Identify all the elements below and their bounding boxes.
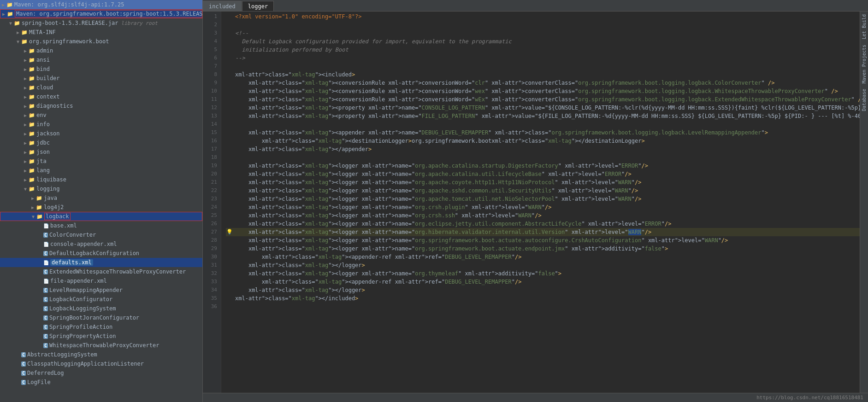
tree-item-jackson[interactable]: ▶📁jackson — [0, 129, 202, 138]
tree-arrow-slf4j[interactable]: ▶ — [0, 2, 6, 7]
tree-item-java[interactable]: ▶📁java — [0, 193, 202, 203]
tree-arrow-lang[interactable]: ▶ — [22, 168, 29, 173]
tree-arrow-jackson[interactable]: ▶ — [22, 131, 29, 136]
tree-item-metainf[interactable]: ▶📁META-INF — [0, 28, 202, 37]
tree-arrow-jdbc[interactable]: ▶ — [22, 140, 29, 146]
tree-arrow-bind[interactable]: ▶ — [22, 67, 29, 72]
tree-arrow-orgspringframework[interactable]: ▼ — [15, 39, 21, 44]
tree-item-springprofileaction[interactable]: CSpringProfileAction — [0, 322, 202, 332]
toolbar-item-database[interactable]: Database — [861, 86, 868, 114]
tree-item-admin[interactable]: ▶📁admin — [0, 46, 202, 55]
tree-item-ansi[interactable]: ▶📁ansi — [0, 55, 202, 64]
tree-arrow-context[interactable]: ▶ — [22, 94, 29, 99]
tree-item-diagnostics[interactable]: ▶📁diagnostics — [0, 101, 202, 111]
code-line-33: xml-attr">class="xml-tag"><appender-ref … — [226, 278, 860, 286]
code-line-6: --> — [226, 54, 860, 62]
tree-arrow-logback[interactable]: ▼ — [30, 214, 36, 219]
tree-arrow-cloud[interactable]: ▶ — [22, 85, 29, 90]
tree-arrow-springbootjar[interactable]: ▼ — [7, 21, 14, 26]
tree-item-deferredlog[interactable]: CDeferredLog — [0, 368, 202, 378]
tab-logger[interactable]: logger — [242, 1, 274, 11]
tree-item-consolexml[interactable]: 📄console-appender.xml — [0, 239, 202, 249]
tree-item-env[interactable]: ▶📁env — [0, 111, 202, 120]
tree-item-jdbc[interactable]: ▶📁jdbc — [0, 138, 202, 147]
tree-item-liquibase[interactable]: ▶📁liquibase — [0, 175, 202, 184]
tree-item-logbackconf[interactable]: CLogbackConfigurator — [0, 295, 202, 304]
tree-item-builder[interactable]: ▶📁builder — [0, 74, 202, 83]
tree-item-whitespace[interactable]: CWhitespaceThrowableProxyConverter — [0, 341, 202, 350]
tree-arrow-json[interactable]: ▶ — [22, 150, 29, 155]
tree-item-slf4j[interactable]: ▶📁Maven: org.slf4j:slf4j-api:1.7.25 — [0, 0, 202, 9]
tree-item-orgspringframework[interactable]: ▼📁org.springframework.boot — [0, 37, 202, 46]
code-content-3: <!-- — [235, 29, 248, 37]
line-number-30: 30 — [203, 253, 217, 261]
tree-arrow-admin[interactable]: ▶ — [22, 48, 29, 53]
tree-item-logback[interactable]: ▼📁logback — [0, 212, 202, 221]
tree-arrow-info[interactable]: ▶ — [22, 122, 29, 127]
code-line-23: xml-attr">class="xml-tag"><logger xml-at… — [226, 195, 860, 203]
tree-item-logfile[interactable]: CLogFile — [0, 378, 202, 387]
tree-item-abstractlog[interactable]: CAbstractLoggingSystem — [0, 350, 202, 359]
code-line-21: xml-attr">class="xml-tag"><logger xml-at… — [226, 178, 860, 186]
tree-arrow-diagnostics[interactable]: ▶ — [22, 104, 29, 109]
tree-item-springbootjoran[interactable]: CSpringBootJoranConfigurator — [0, 313, 202, 322]
tree-item-defaultlogback[interactable]: CDefaultLogbackConfiguration — [0, 249, 202, 258]
tree-arrow-logging[interactable]: ▼ — [22, 186, 29, 192]
tree-item-classpathlog[interactable]: CClasspathLoggingApplicationListener — [0, 359, 202, 368]
tree-item-log4j2[interactable]: ▶📁log4j2 — [0, 203, 202, 212]
tree-label-logging: logging — [36, 186, 60, 192]
tree-item-springbootjar[interactable]: ▼📁spring-boot-1.5.3.RELEASE.jarlibrary r… — [0, 18, 202, 28]
tree-icon-abstractlog: C — [21, 352, 26, 357]
tab-included[interactable]: included — [203, 1, 242, 11]
tree-item-levelremap[interactable]: CLevelRemappingAppender — [0, 285, 202, 295]
code-content-9: xml-attr">class="xml-tag"><conversionRul… — [235, 79, 774, 87]
tree-item-cloud[interactable]: ▶📁cloud — [0, 83, 202, 92]
line-number-21: 21 — [203, 178, 217, 186]
tree-label-logbacklog: LogbackLoggingSystem — [49, 305, 116, 312]
toolbar-item-maven-projects[interactable]: Maven Projects — [861, 42, 868, 86]
code-content-27: xml-attr">class="xml-tag"><logger xml-at… — [235, 228, 651, 236]
gutter-27: 💡 — [226, 228, 233, 236]
code-content-17: xml-attr">class="xml-tag"></appender> — [235, 145, 372, 153]
tree-arrow-java[interactable]: ▶ — [30, 196, 36, 201]
tree-item-colorconv[interactable]: CColorConverter — [0, 230, 202, 239]
tree-label-levelremap: LevelRemappingAppender — [49, 287, 123, 293]
toolbar-item-let-build[interactable]: Let Build — [861, 12, 868, 42]
tree-icon-java: 📁 — [36, 195, 42, 201]
tree-item-lang[interactable]: ▶📁lang — [0, 166, 202, 175]
tree-arrow-springboot[interactable]: ▶ — [0, 12, 7, 17]
tree-item-springboot[interactable]: ▶📁Maven: org.springframework.boot:spring… — [0, 9, 202, 18]
line-number-10: 10 — [203, 87, 217, 95]
tree-item-json[interactable]: ▶📁json — [0, 147, 202, 157]
code-line-28: xml-attr">class="xml-tag"><logger xml-at… — [226, 236, 860, 245]
code-content-8: xml-attr">class="xml-tag"><included> — [235, 70, 355, 79]
tree-arrow-builder[interactable]: ▶ — [22, 76, 29, 81]
tree-item-filexml[interactable]: 📄file-appender.xml — [0, 276, 202, 285]
tree-item-context[interactable]: ▶📁context — [0, 92, 202, 101]
code-content-24: xml-attr">class="xml-tag"><logger xml-at… — [235, 203, 551, 211]
code-area[interactable]: <?xml version="1.0" encoding="UTF-8"?><!… — [221, 12, 860, 393]
tree-arrow-liquibase[interactable]: ▶ — [22, 177, 29, 182]
tree-item-jta[interactable]: ▶📁jta — [0, 157, 202, 166]
tree-icon-cloud: 📁 — [29, 85, 35, 91]
tree-icon-filexml: 📄 — [43, 279, 49, 284]
tree-item-bind[interactable]: ▶📁bind — [0, 64, 202, 74]
line-number-15: 15 — [203, 128, 217, 137]
tree-arrow-ansi[interactable]: ▶ — [22, 58, 29, 63]
status-text: https://blog.csdn.net/cq18816518481 — [756, 395, 863, 401]
tree-arrow-env[interactable]: ▶ — [22, 113, 29, 118]
tree-arrow-log4j2[interactable]: ▶ — [30, 205, 36, 210]
tree-icon-info: 📁 — [29, 122, 35, 128]
tree-arrow-metainf[interactable]: ▶ — [15, 30, 21, 35]
tree-item-logging[interactable]: ▼📁logging — [0, 184, 202, 193]
tree-icon-basexml: 📄 — [43, 223, 49, 228]
tree-arrow-jta[interactable]: ▶ — [22, 159, 29, 164]
tree-item-springpropaction[interactable]: CSpringPropertyAction — [0, 332, 202, 341]
tree-item-defaults[interactable]: 📄defaults.xml — [0, 258, 202, 267]
tree-item-basexml[interactable]: 📄base.xml — [0, 221, 202, 230]
code-line-7 — [226, 62, 860, 70]
tree-item-logbacklog[interactable]: CLogbackLoggingSystem — [0, 304, 202, 313]
tree-label-builder: builder — [36, 75, 60, 82]
tree-item-extendedwhitespace[interactable]: CExtendedWhitespaceThrowableProxyConvert… — [0, 267, 202, 276]
tree-item-info[interactable]: ▶📁info — [0, 120, 202, 129]
